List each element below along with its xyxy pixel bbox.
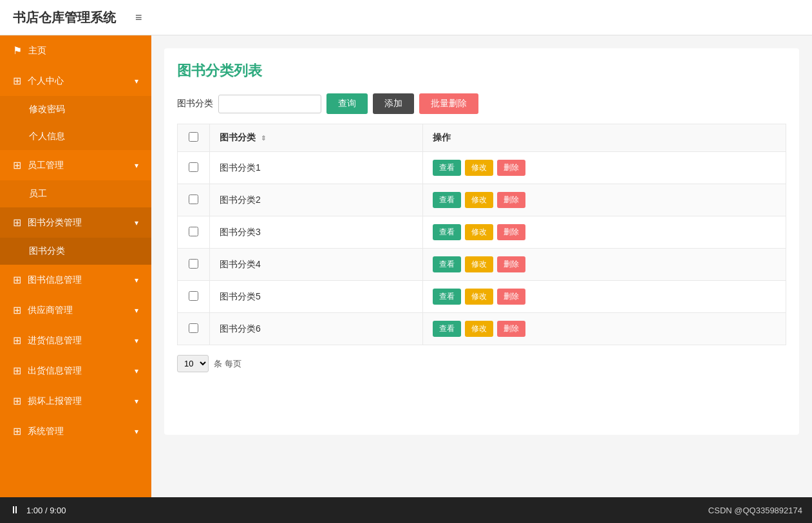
sidebar-item-system-label: 系统管理 bbox=[28, 426, 64, 437]
sidebar-sub-change-password[interactable]: 修改密码 bbox=[0, 96, 151, 123]
sidebar-item-supplier-label: 供应商管理 bbox=[28, 305, 73, 316]
grid-icon-supplier: ⊞ bbox=[13, 304, 21, 316]
action-btns: 查看 修改 删除 bbox=[433, 321, 776, 337]
arrow-system: ▾ bbox=[135, 427, 138, 436]
row-category-name: 图书分类4 bbox=[210, 249, 423, 281]
play-pause-button[interactable]: ⏸ bbox=[10, 504, 20, 516]
row-category-name: 图书分类1 bbox=[210, 152, 423, 184]
arrow-book-info: ▾ bbox=[135, 276, 138, 285]
sidebar-item-supplier[interactable]: ⊞ 供应商管理 ▾ bbox=[0, 295, 151, 325]
grid-icon-personal: ⊞ bbox=[13, 75, 21, 87]
sidebar-item-damage-label: 损坏上报管理 bbox=[28, 395, 82, 407]
sidebar-item-book-category-label: 图书分类管理 bbox=[28, 217, 82, 229]
page-title: 图书分类列表 bbox=[177, 61, 786, 81]
action-btns: 查看 修改 删除 bbox=[433, 160, 776, 176]
delete-button[interactable]: 删除 bbox=[497, 192, 525, 208]
main-layout: ⚑ 主页 ⊞ 个人中心 ▾ 修改密码 个人信息 ⊞ 员工管理 ▾ 员工 ⊞ 图书… bbox=[0, 35, 812, 497]
row-checkbox[interactable] bbox=[189, 162, 198, 172]
row-category-name: 图书分类5 bbox=[210, 281, 423, 313]
watermark: CSDN @QQ3359892174 bbox=[708, 506, 802, 515]
row-actions: 查看 修改 删除 bbox=[423, 313, 786, 345]
edit-button[interactable]: 修改 bbox=[465, 289, 493, 305]
sidebar-item-book-category[interactable]: ⊞ 图书分类管理 ▾ bbox=[0, 207, 151, 238]
row-checkbox[interactable] bbox=[189, 323, 198, 333]
row-category-name: 图书分类3 bbox=[210, 216, 423, 249]
grid-icon-book-info: ⊞ bbox=[13, 274, 21, 286]
sidebar-item-system[interactable]: ⊞ 系统管理 ▾ bbox=[0, 416, 151, 446]
sidebar-item-outbound[interactable]: ⊞ 出货信息管理 ▾ bbox=[0, 356, 151, 386]
sidebar-sub-personal-info[interactable]: 个人信息 bbox=[0, 123, 151, 150]
sidebar-item-outbound-label: 出货信息管理 bbox=[28, 365, 82, 377]
row-checkbox[interactable] bbox=[189, 291, 198, 301]
row-checkbox-cell bbox=[178, 249, 210, 281]
view-button[interactable]: 查看 bbox=[433, 321, 461, 337]
row-checkbox[interactable] bbox=[189, 195, 198, 204]
arrow-personal: ▾ bbox=[135, 77, 138, 86]
time-display: 1:00 / 9:00 bbox=[26, 506, 66, 515]
sidebar-sub-employees[interactable]: 员工 bbox=[0, 180, 151, 207]
edit-button[interactable]: 修改 bbox=[465, 192, 493, 208]
grid-icon-book-category: ⊞ bbox=[13, 216, 21, 229]
sidebar-item-book-info[interactable]: ⊞ 图书信息管理 ▾ bbox=[0, 265, 151, 295]
sidebar-sub-book-classify-label: 图书分类 bbox=[29, 245, 65, 257]
sidebar-sub-personal-info-label: 个人信息 bbox=[29, 131, 65, 142]
filter-input[interactable] bbox=[218, 95, 321, 113]
row-actions: 查看 修改 删除 bbox=[423, 249, 786, 281]
pagination-row: 10 20 50 条 每页 bbox=[177, 355, 786, 372]
delete-button[interactable]: 删除 bbox=[497, 289, 525, 305]
edit-button[interactable]: 修改 bbox=[465, 224, 493, 240]
delete-button[interactable]: 删除 bbox=[497, 321, 525, 337]
app-title: 书店仓库管理系统 bbox=[13, 9, 116, 26]
edit-button[interactable]: 修改 bbox=[465, 321, 493, 337]
sidebar-item-inbound[interactable]: ⊞ 进货信息管理 ▾ bbox=[0, 325, 151, 356]
batch-delete-button[interactable]: 批量删除 bbox=[419, 93, 478, 114]
col-action-header: 操作 bbox=[423, 124, 786, 152]
table-row: 图书分类6 查看 修改 删除 bbox=[178, 313, 786, 345]
sidebar-item-home[interactable]: ⚑ 主页 bbox=[0, 35, 151, 66]
select-all-checkbox[interactable] bbox=[189, 132, 198, 142]
view-button[interactable]: 查看 bbox=[433, 224, 461, 240]
table-row: 图书分类4 查看 修改 删除 bbox=[178, 249, 786, 281]
action-btns: 查看 修改 删除 bbox=[433, 224, 776, 240]
arrow-inbound: ▾ bbox=[135, 336, 138, 345]
action-btns: 查看 修改 删除 bbox=[433, 256, 776, 272]
sidebar-sub-book-classify[interactable]: 图书分类 bbox=[0, 238, 151, 265]
delete-button[interactable]: 删除 bbox=[497, 224, 525, 240]
row-category-name: 图书分类6 bbox=[210, 313, 423, 345]
hamburger-icon[interactable]: ≡ bbox=[135, 11, 142, 24]
view-button[interactable]: 查看 bbox=[433, 160, 461, 176]
row-actions: 查看 修改 删除 bbox=[423, 152, 786, 184]
sidebar-item-home-label: 主页 bbox=[28, 45, 46, 57]
sort-icon: ⇕ bbox=[261, 135, 266, 142]
col-category-header[interactable]: 图书分类 ⇕ bbox=[210, 124, 423, 152]
sidebar-item-inbound-label: 进货信息管理 bbox=[28, 335, 82, 347]
query-button[interactable]: 查询 bbox=[326, 93, 368, 114]
arrow-outbound: ▾ bbox=[135, 366, 138, 376]
filter-label: 图书分类 bbox=[177, 98, 213, 109]
view-button[interactable]: 查看 bbox=[433, 192, 461, 208]
view-button[interactable]: 查看 bbox=[433, 256, 461, 272]
row-checkbox[interactable] bbox=[189, 227, 198, 236]
row-checkbox-cell bbox=[178, 281, 210, 313]
col-category-label: 图书分类 bbox=[220, 132, 256, 142]
row-checkbox[interactable] bbox=[189, 259, 198, 269]
edit-button[interactable]: 修改 bbox=[465, 256, 493, 272]
edit-button[interactable]: 修改 bbox=[465, 160, 493, 176]
grid-icon-system: ⊞ bbox=[13, 425, 21, 437]
arrow-supplier: ▾ bbox=[135, 306, 138, 315]
sidebar-item-damage[interactable]: ⊞ 损坏上报管理 ▾ bbox=[0, 386, 151, 416]
row-actions: 查看 修改 删除 bbox=[423, 184, 786, 216]
sidebar-sub-change-password-label: 修改密码 bbox=[29, 104, 65, 115]
per-page-label: 条 每页 bbox=[214, 358, 241, 370]
sidebar-item-staff[interactable]: ⊞ 员工管理 ▾ bbox=[0, 150, 151, 180]
action-btns: 查看 修改 删除 bbox=[433, 289, 776, 305]
per-page-select[interactable]: 10 20 50 bbox=[177, 355, 209, 372]
sidebar-item-personal[interactable]: ⊞ 个人中心 ▾ bbox=[0, 66, 151, 96]
grid-icon-inbound: ⊞ bbox=[13, 334, 21, 347]
add-button[interactable]: 添加 bbox=[373, 93, 414, 114]
delete-button[interactable]: 删除 bbox=[497, 256, 525, 272]
delete-button[interactable]: 删除 bbox=[497, 160, 525, 176]
bottom-bar: ⏸ 1:00 / 9:00 CSDN @QQ3359892174 bbox=[0, 497, 812, 523]
view-button[interactable]: 查看 bbox=[433, 289, 461, 305]
col-action-label: 操作 bbox=[433, 132, 451, 142]
